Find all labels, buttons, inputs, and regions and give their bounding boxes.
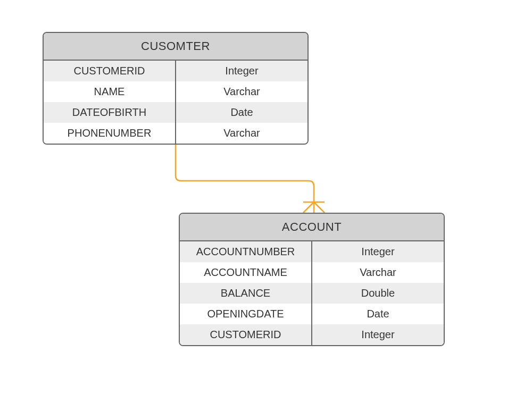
- column-type: Integer: [312, 241, 444, 262]
- svg-line-0: [303, 202, 314, 213]
- column-name: BALANCE: [180, 283, 312, 304]
- entity-account: ACCOUNT ACCOUNTNUMBER Integer ACCOUNTNAM…: [179, 213, 445, 346]
- column-type: Integer: [176, 61, 307, 81]
- column-type: Varchar: [176, 81, 307, 102]
- column-type: Date: [176, 102, 307, 123]
- column-type: Double: [312, 283, 444, 304]
- table-row: CUSTOMERID Integer: [180, 324, 444, 345]
- table-row: NAME Varchar: [44, 81, 307, 102]
- column-name: OPENINGDATE: [180, 304, 312, 324]
- table-row: PHONENUMBER Varchar: [44, 123, 307, 144]
- column-name: ACCOUNTNUMBER: [180, 241, 312, 262]
- table-row: ACCOUNTNUMBER Integer: [180, 241, 444, 262]
- entity-customer: CUSOMTER CUSTOMERID Integer NAME Varchar…: [43, 32, 309, 145]
- column-name: CUSTOMERID: [180, 324, 312, 345]
- column-type: Varchar: [176, 123, 307, 144]
- column-type: Integer: [312, 324, 444, 345]
- entity-customer-body: CUSTOMERID Integer NAME Varchar DATEOFBI…: [44, 61, 307, 144]
- entity-account-body: ACCOUNTNUMBER Integer ACCOUNTNAME Varcha…: [180, 241, 444, 345]
- table-row: ACCOUNTNAME Varchar: [180, 262, 444, 283]
- table-row: BALANCE Double: [180, 283, 444, 304]
- column-name: CUSTOMERID: [44, 61, 176, 81]
- column-name: DATEOFBIRTH: [44, 102, 176, 123]
- column-type: Date: [312, 304, 444, 324]
- table-row: CUSTOMERID Integer: [44, 61, 307, 81]
- column-type: Varchar: [312, 262, 444, 283]
- column-name: PHONENUMBER: [44, 123, 176, 144]
- entity-account-title: ACCOUNT: [180, 214, 444, 241]
- svg-line-1: [314, 202, 325, 213]
- column-name: ACCOUNTNAME: [180, 262, 312, 283]
- entity-customer-title: CUSOMTER: [44, 33, 307, 61]
- table-row: OPENINGDATE Date: [180, 304, 444, 324]
- table-row: DATEOFBIRTH Date: [44, 102, 307, 123]
- column-name: NAME: [44, 81, 176, 102]
